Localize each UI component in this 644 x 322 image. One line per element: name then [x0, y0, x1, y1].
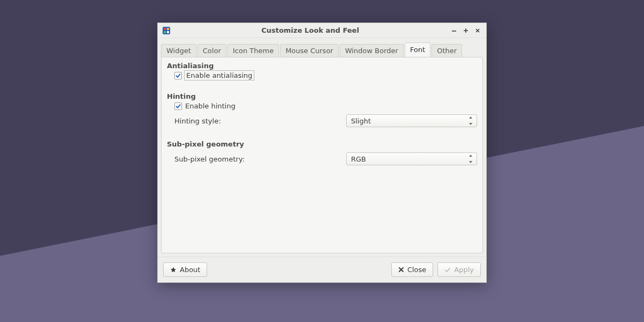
row-hinting-style: Hinting style: Slight: [167, 114, 477, 127]
close-icon: [398, 267, 404, 273]
titlebar[interactable]: Customize Look and Feel: [158, 23, 486, 38]
close-dialog-button[interactable]: Close: [391, 262, 433, 277]
svg-rect-2: [167, 28, 169, 30]
minimize-button[interactable]: [450, 26, 458, 35]
tab-color[interactable]: Color: [197, 44, 226, 57]
row-enable-hinting[interactable]: Enable hinting: [167, 102, 477, 110]
section-title-hinting: Hinting: [167, 92, 477, 100]
row-enable-antialiasing[interactable]: Enable antialiasing: [167, 71, 477, 79]
label-hinting-style: Hinting style:: [174, 117, 346, 125]
chevron-updown-icon: [469, 116, 473, 125]
check-icon: [444, 267, 451, 273]
combo-subpixel-geometry[interactable]: RGB: [346, 152, 477, 165]
label-subpixel-geometry: Sub-pixel geometry:: [174, 155, 346, 163]
tab-mouse-cursor[interactable]: Mouse Cursor: [280, 44, 339, 57]
close-button[interactable]: [473, 26, 482, 35]
dialog-footer: About Close Apply: [158, 257, 486, 282]
apply-button: Apply: [437, 262, 481, 277]
checkbox-enable-hinting[interactable]: [174, 103, 182, 110]
svg-rect-7: [464, 30, 468, 31]
tab-other[interactable]: Other: [431, 44, 462, 57]
label-enable-antialiasing: Enable antialiasing: [185, 71, 253, 79]
window-title: Customize Look and Feel: [174, 26, 447, 34]
label-enable-hinting: Enable hinting: [185, 102, 236, 110]
tab-font[interactable]: Font: [405, 42, 430, 57]
tab-icon-theme[interactable]: Icon Theme: [228, 44, 279, 57]
combo-subpixel-geometry-value: RGB: [351, 155, 366, 163]
app-icon: [162, 26, 171, 35]
checkbox-enable-antialiasing[interactable]: [174, 72, 182, 79]
about-button-label: About: [180, 266, 200, 274]
maximize-button[interactable]: [462, 26, 470, 35]
svg-rect-4: [167, 31, 169, 33]
tabbar: Widget Color Icon Theme Mouse Cursor Win…: [158, 39, 486, 57]
combo-hinting-style[interactable]: Slight: [346, 114, 477, 127]
combo-hinting-style-value: Slight: [351, 117, 371, 125]
tab-widget[interactable]: Widget: [161, 44, 196, 57]
section-title-antialiasing: Antialiasing: [167, 62, 477, 70]
tab-content-font: Antialiasing Enable antialiasing Hinting…: [161, 57, 483, 253]
svg-rect-3: [164, 31, 166, 33]
star-icon: [170, 267, 177, 273]
section-title-subpixel: Sub-pixel geometry: [167, 140, 477, 148]
close-dialog-button-label: Close: [407, 266, 426, 274]
window-customize-look-and-feel: Customize Look and Feel Widget Color Ico…: [157, 23, 487, 283]
svg-rect-1: [164, 28, 166, 30]
svg-rect-5: [452, 31, 456, 32]
about-button[interactable]: About: [163, 262, 207, 277]
tab-window-border[interactable]: Window Border: [340, 44, 404, 57]
chevron-updown-icon: [469, 155, 473, 163]
apply-button-label: Apply: [454, 266, 474, 274]
row-subpixel-geometry: Sub-pixel geometry: RGB: [167, 152, 477, 165]
